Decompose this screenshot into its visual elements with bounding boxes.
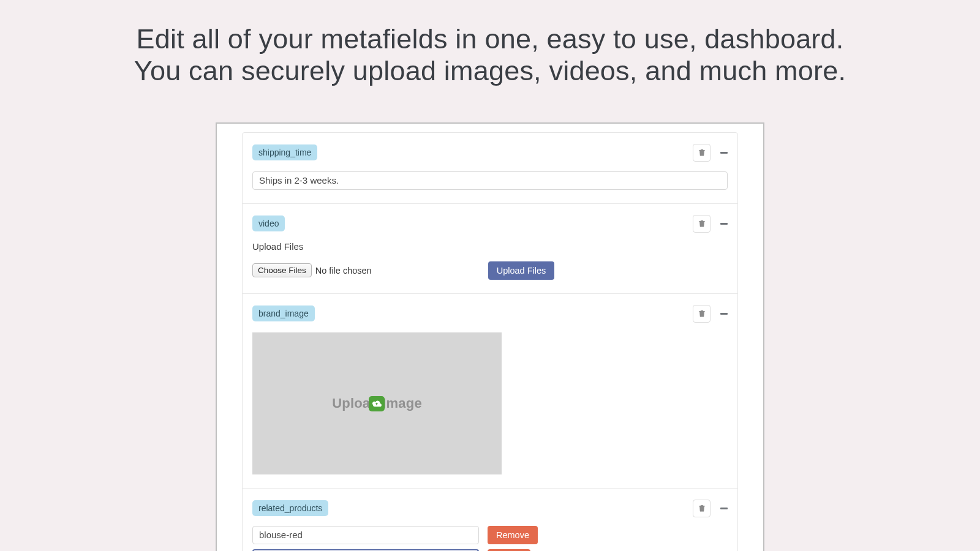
remove-button-partial[interactable] (488, 549, 530, 552)
metafield-tag: brand_image (252, 305, 315, 321)
card-actions (693, 215, 728, 233)
card-actions (693, 500, 728, 517)
choose-files-button[interactable]: Choose Files (252, 263, 312, 277)
card-actions (693, 305, 728, 323)
remove-button[interactable]: Remove (488, 526, 538, 544)
metafield-tag: shipping_time (252, 144, 317, 160)
related-product-input-focused[interactable] (252, 549, 479, 552)
delete-button[interactable] (693, 305, 710, 323)
metafields-list: shipping_time video (242, 132, 738, 552)
related-product-input[interactable] (252, 526, 479, 544)
hero-heading: Edit all of your metafields in one, easy… (0, 0, 980, 99)
image-dropzone[interactable]: Upload Image (252, 332, 502, 474)
card-actions (693, 144, 728, 162)
upload-files-button[interactable]: Upload Files (488, 261, 555, 280)
trash-icon (698, 219, 706, 228)
hero-line-2: You can securely upload images, videos, … (134, 55, 846, 86)
no-file-chosen-text: No file chosen (315, 266, 372, 276)
metafield-card-video: video Upload Files Choose Files No file … (243, 204, 737, 294)
trash-icon (698, 309, 706, 318)
collapse-button[interactable] (720, 508, 728, 509)
metafield-card-related-products: related_products Remove (243, 489, 737, 552)
trash-icon (698, 148, 706, 157)
metafield-value-input[interactable] (252, 171, 728, 190)
metafield-card-shipping-time: shipping_time (243, 133, 737, 204)
delete-button[interactable] (693, 144, 710, 162)
upload-cloud-icon (369, 396, 385, 411)
collapse-button[interactable] (720, 223, 728, 225)
collapse-button[interactable] (720, 313, 728, 315)
metafield-card-brand-image: brand_image Upload Image (243, 294, 737, 489)
metafield-tag: related_products (252, 500, 328, 516)
collapse-button[interactable] (720, 152, 728, 154)
dashboard-panel: shipping_time video (216, 122, 764, 552)
delete-button[interactable] (693, 500, 710, 517)
hero-line-1: Edit all of your metafields in one, easy… (137, 23, 844, 54)
upload-files-label: Upload Files (252, 241, 728, 252)
trash-icon (698, 504, 706, 512)
metafield-tag: video (252, 216, 285, 231)
delete-button[interactable] (693, 215, 710, 233)
file-picker: Choose Files No file chosen (252, 263, 372, 277)
